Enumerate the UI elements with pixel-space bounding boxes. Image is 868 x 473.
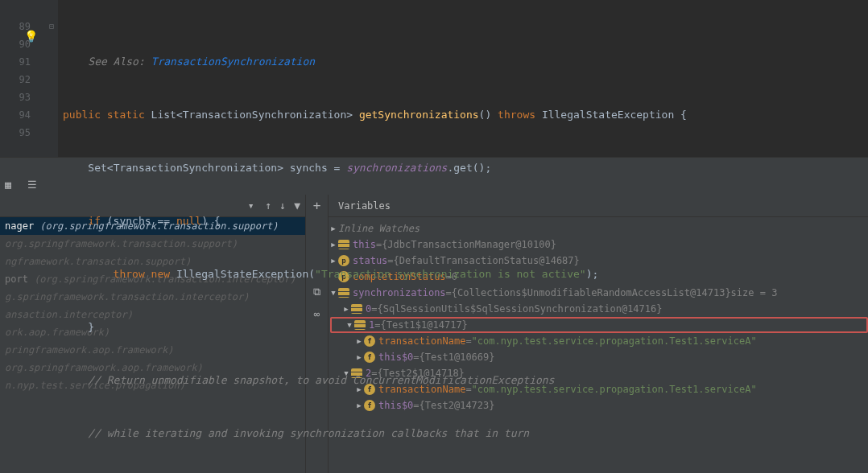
line-number: 93 xyxy=(0,88,31,106)
settings-icon[interactable]: ☰ xyxy=(27,179,40,191)
line-number: 95 xyxy=(0,124,31,142)
javadoc-link[interactable]: TransactionSynchronization xyxy=(151,56,316,68)
line-number-gutter: 89 90 91 92 93 94 95 xyxy=(0,0,45,157)
fold-toggle[interactable]: ⊟ xyxy=(45,18,58,35)
line-number: 94 xyxy=(0,106,31,124)
javadoc-label: See Also: xyxy=(88,56,151,68)
editor-area: 89 90 91 92 93 94 95 ⊟ 💡 See Also: Trans… xyxy=(0,0,868,158)
layout-icon[interactable]: ▦ xyxy=(5,179,18,191)
line-number xyxy=(0,0,31,18)
intention-bulb-icon[interactable]: 💡 xyxy=(24,27,38,45)
line-number: 91 xyxy=(0,53,31,71)
line-number: 92 xyxy=(0,71,31,88)
code-editor[interactable]: 💡 See Also: TransactionSynchronization p… xyxy=(58,0,868,157)
fold-column: ⊟ xyxy=(45,0,58,157)
